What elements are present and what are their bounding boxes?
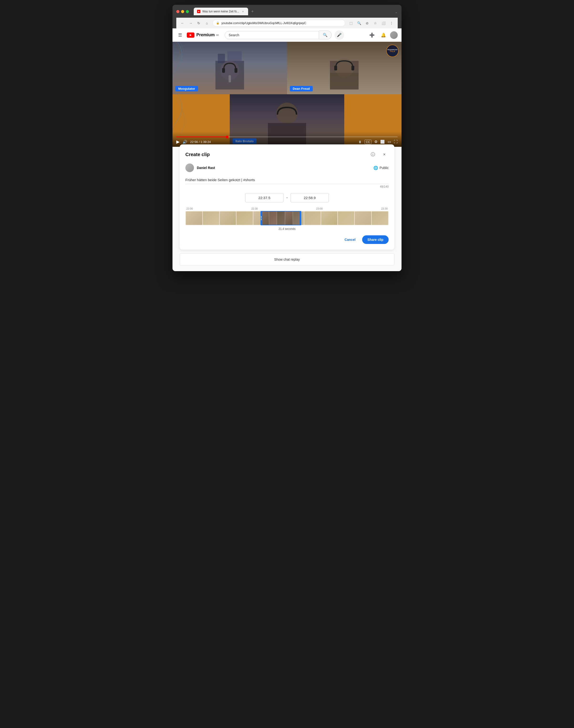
- time-separator: -: [286, 195, 288, 200]
- shield-icon[interactable]: ⊘: [364, 20, 370, 27]
- youtube-logo[interactable]: Premium DE: [187, 33, 219, 38]
- cancel-button[interactable]: Cancel: [341, 235, 359, 244]
- selection-handle-right[interactable]: [300, 212, 301, 225]
- time-display: 22:56 / 1:39:24: [190, 140, 211, 144]
- sequencer-logo-text2: TALK: [387, 50, 398, 53]
- minimize-window-button[interactable]: [181, 10, 184, 13]
- visibility-selector[interactable]: 🌐 Public: [373, 166, 388, 170]
- fullscreen-button[interactable]: ⛶: [394, 140, 398, 144]
- yt-logo-icon: [187, 33, 195, 38]
- progress-bar[interactable]: [176, 137, 398, 137]
- close-icon: ×: [383, 152, 386, 157]
- youtube-header: ☰ Premium DE 🔍 🎤 ➕ 🔔: [172, 28, 402, 42]
- search-input[interactable]: [229, 33, 315, 37]
- show-chat-replay-button[interactable]: Show chat replay: [180, 254, 394, 265]
- video-player-area: V: [172, 42, 402, 271]
- home-button[interactable]: ⌂: [204, 20, 210, 27]
- create-video-button[interactable]: ➕: [367, 30, 377, 40]
- search-button[interactable]: 🔍: [319, 31, 332, 39]
- mic-button[interactable]: 🎤: [334, 30, 344, 40]
- close-window-button[interactable]: [176, 10, 179, 13]
- end-time-input[interactable]: [291, 193, 329, 202]
- timeline-label-3: 23:30: [381, 207, 388, 210]
- refresh-button[interactable]: ↻: [195, 20, 202, 27]
- settings-button[interactable]: ⚙: [374, 140, 377, 144]
- tab-chevron-icon: ⌄: [395, 10, 398, 14]
- cc-button[interactable]: CC: [365, 140, 371, 144]
- tab-favicon: [197, 10, 200, 13]
- hamburger-menu[interactable]: ☰: [176, 31, 184, 40]
- timeline-track[interactable]: [186, 211, 388, 225]
- traffic-lights: [176, 10, 189, 13]
- svg-rect-11: [330, 73, 359, 89]
- svg-rect-6: [229, 75, 231, 82]
- progress-fill: [176, 137, 227, 137]
- address-text: youtube.com/clip/UgkxMsI3WlUbruGqcMfLL-J…: [221, 21, 342, 25]
- new-tab-button[interactable]: +: [249, 8, 256, 15]
- play-button[interactable]: ▶: [176, 139, 180, 144]
- handle-line: [261, 216, 261, 218]
- timeline-labels: 22:00 22:30 23:00 23:30: [186, 207, 388, 210]
- progress-thumb: [226, 136, 229, 139]
- controls-row: ▶ 🔊 22:56 / 1:39:24 ⏸ CC ⚙ ⬜ ▭ ⛶: [176, 139, 398, 144]
- modal-header: Create clip ⓘ ×: [186, 150, 388, 159]
- extensions-icon[interactable]: ⬜: [380, 20, 387, 27]
- theater-button[interactable]: ▭: [388, 140, 391, 144]
- show-chat-section: Show chat replay: [172, 250, 402, 271]
- security-icon: 🔒: [216, 22, 219, 25]
- forward-button[interactable]: →: [187, 20, 194, 27]
- modal-header-actions: ⓘ ×: [369, 150, 388, 159]
- maximize-window-button[interactable]: [186, 10, 189, 13]
- volume-button[interactable]: 🔊: [182, 140, 187, 144]
- sequencer-logo: SEQUENCER TALK: [386, 45, 399, 57]
- filmstrip-frame-9: [321, 212, 337, 225]
- back-button[interactable]: ←: [179, 20, 186, 27]
- filmstrip-frame-11: [355, 212, 371, 225]
- handle-lines-left: [261, 216, 261, 220]
- search-input-wrapper[interactable]: [225, 31, 319, 39]
- svg-point-12: [276, 103, 298, 124]
- bookmark-icon[interactable]: ☆: [372, 20, 379, 27]
- filmstrip-frame-3: [220, 212, 236, 225]
- toolbar-actions: ⬚ 🔍 ⊘ ☆ ⬜ ⋮: [347, 20, 395, 27]
- clip-title-input[interactable]: [186, 176, 388, 184]
- search-bar: 🔍 🎤: [225, 30, 344, 40]
- dean-silhouette: [330, 46, 359, 89]
- capture-icon[interactable]: ⬚: [347, 20, 354, 27]
- info-button[interactable]: ⓘ: [369, 150, 377, 159]
- svg-rect-4: [222, 68, 225, 73]
- timeline-selection[interactable]: [260, 211, 301, 225]
- video-cell-dean: SEQUENCER TALK Dean Freud: [287, 42, 402, 94]
- zoom-icon[interactable]: 🔍: [356, 20, 362, 27]
- svg-rect-9: [334, 66, 337, 70]
- menu-icon[interactable]: ⋮: [388, 20, 395, 27]
- modal-footer: Cancel Share clip: [186, 235, 388, 244]
- tab-close-button[interactable]: ×: [241, 9, 245, 13]
- pause-center-button[interactable]: ⏸: [358, 140, 362, 144]
- notifications-button[interactable]: 🔔: [379, 30, 388, 40]
- start-time-input[interactable]: [245, 193, 283, 202]
- miniplayer-button[interactable]: ⬜: [380, 140, 385, 144]
- sel-frame-1: [261, 212, 269, 225]
- sel-frame-4: [285, 212, 293, 225]
- filmstrip-frame-12: [372, 212, 388, 225]
- address-bar[interactable]: 🔒 youtube.com/clip/UgkxMsI3WlUbruGqcMfLL…: [213, 20, 345, 27]
- close-modal-button[interactable]: ×: [380, 150, 388, 159]
- filmstrip-frame-4: [237, 212, 253, 225]
- video-grid: V: [172, 42, 402, 147]
- handle-line: [261, 219, 261, 220]
- user-row: Daniel Rast 🌐 Public: [186, 163, 388, 172]
- moogulator-silhouette: [215, 46, 244, 89]
- dean-badge: Dean Freud: [290, 86, 313, 91]
- svg-rect-1: [218, 54, 225, 63]
- duration-label: 21.4 seconds: [186, 227, 388, 231]
- active-tab[interactable]: Was tun wenn keine Zeit fü... ×: [194, 8, 248, 15]
- user-avatar[interactable]: [390, 31, 398, 39]
- selection-handle-left[interactable]: [260, 212, 262, 225]
- browser-controls: Was tun wenn keine Zeit fü... × + ⌄: [176, 8, 398, 15]
- share-clip-button[interactable]: Share clip: [362, 235, 388, 244]
- browser-toolbar: ← → ↻ ⌂ 🔒 youtube.com/clip/UgkxMsI3WlUbr…: [176, 18, 398, 28]
- filmstrip-frame-8: [304, 212, 321, 225]
- modal-title: Create clip: [186, 152, 210, 157]
- timeline-container: 22:00 22:30 23:00 23:30: [186, 207, 388, 225]
